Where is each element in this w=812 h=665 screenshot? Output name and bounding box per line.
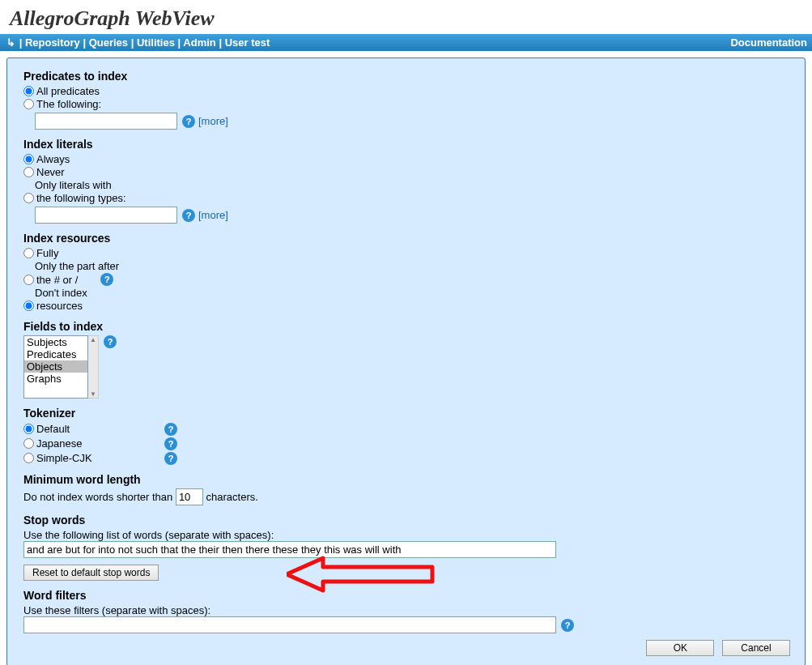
literals-never-label: Never (36, 166, 65, 178)
predicates-more-link[interactable]: [more] (198, 115, 228, 127)
minlen-post: characters. (206, 491, 258, 503)
filters-input[interactable] (23, 616, 556, 633)
resources-hash-radio[interactable] (23, 275, 34, 285)
resources-title: Index resources (23, 232, 789, 245)
fields-title: Fields to index (23, 320, 789, 333)
minlen-title: Minimum word length (23, 473, 789, 486)
tokenizer-title: Tokenizer (23, 407, 789, 420)
literals-following-input[interactable] (35, 207, 177, 224)
help-icon[interactable]: ? (561, 619, 574, 632)
filters-desc: Use these filters (separate with spaces)… (23, 604, 789, 616)
help-icon[interactable]: ? (164, 452, 177, 465)
predicates-following-radio[interactable] (23, 99, 34, 109)
literals-title: Index literals (23, 138, 789, 151)
literals-following-radio[interactable] (23, 193, 34, 203)
navbar: ↳ | Repository | Queries | Utilities | A… (0, 34, 812, 51)
literals-more-link[interactable]: [more] (198, 209, 228, 221)
help-icon[interactable]: ? (104, 335, 117, 348)
predicates-following-label: The following: (36, 98, 101, 110)
tokenizer-japanese-label: Japanese (36, 437, 82, 450)
svg-marker-0 (287, 558, 432, 590)
help-icon[interactable]: ? (182, 209, 195, 222)
help-icon[interactable]: ? (182, 115, 195, 128)
literals-always-label: Always (36, 153, 70, 165)
app-title: AllegroGraph WebView (10, 6, 802, 31)
fields-option-objects[interactable]: Objects (24, 360, 87, 373)
predicates-title: Predicates to index (23, 70, 789, 83)
predicates-all-label: All predicates (36, 85, 100, 97)
app-header: AllegroGraph WebView (0, 0, 812, 34)
tokenizer-default-label: Default (36, 423, 70, 435)
nav-admin[interactable]: Admin (183, 36, 215, 49)
annotation-arrow-icon (287, 556, 440, 593)
settings-panel: Predicates to index All predicates The f… (6, 58, 806, 665)
fields-option-subjects[interactable]: Subjects (24, 336, 87, 348)
resources-resources-label: resources (36, 300, 83, 312)
resources-only-part: Only the part after (35, 260, 789, 272)
dialog-buttons: OK Cancel (641, 640, 790, 656)
reset-stopwords-button[interactable]: Reset to default stop words (23, 565, 159, 581)
nav-queries[interactable]: Queries (89, 36, 128, 49)
predicates-following-input[interactable] (35, 113, 177, 130)
literals-following-label: the following types: (36, 192, 126, 204)
stopwords-desc: Use the following list of words (separat… (23, 529, 789, 541)
nav-sep: | (83, 36, 88, 49)
resources-fully-label: Fully (36, 247, 58, 259)
help-icon[interactable]: ? (164, 437, 177, 450)
resources-hash-label: the # or / (36, 274, 78, 286)
predicates-all-radio[interactable] (23, 86, 34, 96)
back-icon[interactable]: ↳ (6, 36, 16, 49)
literals-only-lead: Only literals with (35, 179, 789, 191)
resources-dont-index: Don't index (35, 287, 789, 299)
nav-sep: | (219, 36, 224, 49)
listbox-scrollbar[interactable]: ▲▼ (88, 335, 99, 399)
tokenizer-japanese-radio[interactable] (23, 438, 34, 449)
stopwords-input[interactable] (23, 541, 556, 558)
nav-sep: | (19, 36, 25, 49)
nav-documentation[interactable]: Documentation (730, 36, 807, 49)
nav-user[interactable]: User test (225, 36, 270, 49)
stopwords-title: Stop words (23, 514, 789, 526)
literals-always-radio[interactable] (23, 154, 34, 164)
fields-option-graphs[interactable]: Graphs (24, 373, 87, 385)
help-icon[interactable]: ? (100, 273, 113, 286)
nav-sep: | (131, 36, 137, 49)
tokenizer-simplecjk-label: Simple-CJK (36, 452, 92, 464)
nav-repository[interactable]: Repository (25, 36, 80, 49)
minlen-input[interactable] (176, 488, 203, 505)
tokenizer-default-radio[interactable] (23, 424, 34, 434)
ok-button[interactable]: OK (646, 640, 714, 656)
resources-resources-radio[interactable] (23, 301, 34, 311)
help-icon[interactable]: ? (164, 423, 177, 436)
tokenizer-simplecjk-radio[interactable] (23, 453, 34, 463)
cancel-button[interactable]: Cancel (722, 640, 790, 656)
minlen-pre: Do not index words shorter than (23, 491, 176, 503)
resources-fully-radio[interactable] (23, 248, 34, 258)
filters-title: Word filters (23, 589, 789, 602)
literals-never-radio[interactable] (23, 167, 34, 177)
nav-utilities[interactable]: Utilities (137, 36, 175, 49)
fields-option-predicates[interactable]: Predicates (24, 348, 87, 360)
fields-listbox[interactable]: Subjects Predicates Objects Graphs (23, 335, 88, 399)
